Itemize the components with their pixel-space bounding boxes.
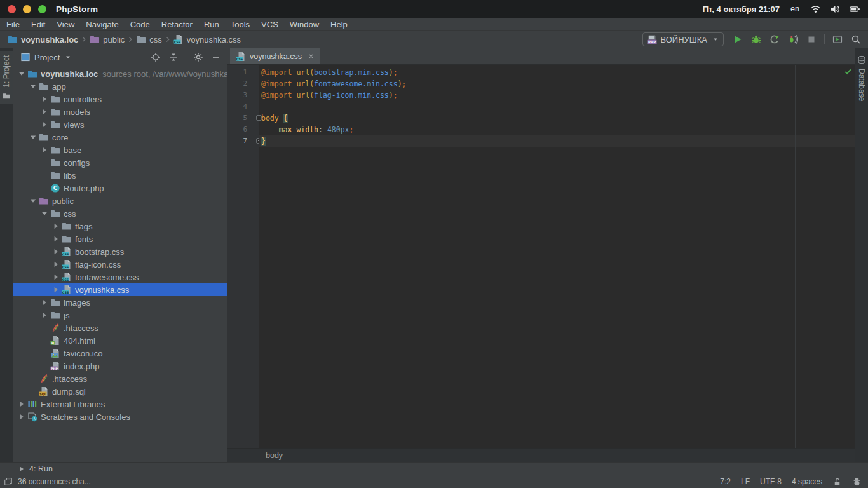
coverage-button[interactable]	[769, 34, 780, 45]
menu-vcs[interactable]: VCS	[255, 20, 284, 29]
tree-item-voynushka.css[interactable]: CSSvoynushka.css	[13, 283, 227, 296]
toolwindows-toggle-icon[interactable]	[4, 477, 13, 486]
breadcrumb-item-voynushka.css[interactable]: CSSvoynushka.css	[173, 34, 241, 44]
menu-file[interactable]: File	[1, 20, 25, 29]
collapsed-arrow-icon[interactable]	[51, 247, 62, 257]
file-encoding[interactable]: UTF-8	[760, 477, 782, 486]
menu-refactor[interactable]: Refactor	[156, 20, 198, 29]
minimize-window-button[interactable]	[23, 5, 31, 13]
tree-item-models[interactable]: models	[13, 105, 227, 118]
locate-button[interactable]	[150, 51, 161, 63]
editor[interactable]: 1234567 @import url(bootstrap.min.css);@…	[227, 65, 855, 448]
expanded-arrow-icon[interactable]	[39, 208, 50, 219]
editor-code[interactable]: @import url(bootstrap.min.css);@import u…	[259, 65, 855, 448]
database-toolwindow-button[interactable]: Database	[855, 51, 868, 105]
run-configuration-select[interactable]: PHP ВОЙНУШКА	[642, 32, 724, 46]
editor-gutter[interactable]: 1234567	[227, 65, 259, 448]
tree-item-app[interactable]: app	[13, 80, 227, 93]
breadcrumb-item-css[interactable]: css	[136, 34, 162, 44]
listen-debug-button[interactable]	[787, 34, 799, 45]
volume-icon[interactable]	[830, 4, 841, 15]
status-message[interactable]: 36 occurrences cha...	[18, 477, 91, 486]
editor-tab-voynushka.css[interactable]: CSSvoynushka.css	[230, 48, 320, 64]
tree-item-libs[interactable]: libs	[13, 169, 227, 182]
unlock-icon[interactable]	[832, 477, 842, 487]
collapsed-arrow-icon[interactable]	[51, 272, 62, 282]
collapsed-arrow-icon[interactable]	[39, 145, 50, 155]
menu-help[interactable]: Help	[325, 20, 353, 29]
tree-item-router.php[interactable]: CRouter.php	[13, 182, 227, 194]
tree-item-flags[interactable]: flags	[13, 220, 227, 233]
system-clock[interactable]: Пт, 4 октября 21:07	[703, 4, 780, 14]
tree-item-images[interactable]: images	[13, 296, 227, 309]
code-line-5[interactable]: body {	[259, 112, 855, 124]
tree-item-.htaccess[interactable]: .htaccess	[13, 372, 227, 385]
indent-style[interactable]: 4 spaces	[792, 477, 822, 486]
tree-item-scratches-and-consoles[interactable]: Scratches and Consoles	[13, 410, 227, 423]
caret-position[interactable]: 7:2	[720, 477, 731, 486]
menu-edit[interactable]: Edit	[25, 20, 51, 29]
inspection-ok-icon[interactable]	[844, 67, 852, 76]
tree-item-core[interactable]: core	[13, 131, 227, 144]
menu-code[interactable]: Code	[125, 20, 156, 29]
code-line-7[interactable]: }	[259, 135, 855, 147]
hector-icon[interactable]	[852, 477, 862, 487]
menu-view[interactable]: View	[51, 20, 80, 29]
tree-item-views[interactable]: views	[13, 118, 227, 131]
collapsed-arrow-icon[interactable]	[17, 399, 27, 409]
expanded-arrow-icon[interactable]	[28, 196, 39, 206]
code-line-6[interactable]: max-width: 480px;	[259, 124, 855, 135]
collapsed-arrow-icon[interactable]	[39, 107, 50, 117]
menu-run[interactable]: Run	[198, 20, 225, 29]
debug-button[interactable]	[750, 34, 762, 45]
hide-button[interactable]	[210, 51, 222, 63]
tree-item-js[interactable]: js	[13, 309, 227, 322]
close-icon[interactable]	[307, 52, 315, 60]
expanded-arrow-icon[interactable]	[28, 81, 39, 92]
code-line-4[interactable]	[259, 101, 855, 112]
project-panel-title[interactable]: Project	[34, 53, 60, 62]
chevron-down-icon[interactable]	[64, 53, 72, 62]
tree-item-fontawesome.css[interactable]: CSSfontawesome.css	[13, 271, 227, 283]
maximize-window-button[interactable]	[38, 5, 46, 13]
breadcrumb-item-voynushka.loc[interactable]: voynushka.loc	[8, 34, 78, 44]
stop-button[interactable]	[806, 34, 817, 45]
collapsed-arrow-icon[interactable]	[51, 221, 62, 231]
project-toolwindow-button[interactable]: 1: Project	[0, 51, 13, 104]
collapsed-arrow-icon[interactable]	[39, 94, 50, 104]
collapsed-arrow-icon[interactable]	[51, 285, 62, 295]
menu-tools[interactable]: Tools	[225, 20, 255, 29]
tree-item-index.php[interactable]: PHPindex.php	[13, 360, 227, 372]
keyboard-layout-indicator[interactable]: en	[790, 4, 799, 13]
expanded-arrow-icon[interactable]	[17, 69, 27, 79]
collapsed-arrow-icon[interactable]	[39, 119, 50, 130]
tree-item-external-libraries[interactable]: External Libraries	[13, 398, 227, 410]
collapsed-arrow-icon[interactable]	[51, 234, 62, 244]
settings-button[interactable]	[193, 51, 204, 63]
code-line-1[interactable]: @import url(bootstrap.min.css);	[259, 67, 855, 78]
tree-item-public[interactable]: public	[13, 194, 227, 207]
tree-item-voynushka.loc[interactable]: voynushka.locsources root, /var/www/voyn…	[13, 67, 227, 80]
run-button[interactable]	[732, 34, 743, 45]
tree-item-404.html[interactable]: H404.html	[13, 334, 227, 347]
close-window-button[interactable]	[8, 5, 16, 13]
tree-item-flag-icon.css[interactable]: CSSflag-icon.css	[13, 258, 227, 271]
collapsed-arrow-icon[interactable]	[39, 297, 50, 308]
tree-item-dump.sql[interactable]: SQLdump.sql	[13, 385, 227, 398]
tree-item-bootstrap.css[interactable]: CSSbootstrap.css	[13, 245, 227, 258]
tree-item-css[interactable]: css	[13, 207, 227, 220]
battery-icon[interactable]	[850, 4, 860, 15]
tree-item-fonts[interactable]: fonts	[13, 233, 227, 245]
menu-window[interactable]: Window	[284, 20, 325, 29]
expanded-arrow-icon[interactable]	[28, 132, 39, 142]
tree-item-configs[interactable]: configs	[13, 156, 227, 169]
collapsed-arrow-icon[interactable]	[17, 412, 27, 422]
wifi-icon[interactable]	[810, 4, 821, 15]
collapsed-arrow-icon[interactable]	[39, 310, 50, 320]
code-line-3[interactable]: @import url(flag-icon.min.css);	[259, 90, 855, 101]
collapse-all-button[interactable]	[168, 51, 179, 63]
tree-item-base[interactable]: base	[13, 144, 227, 156]
line-separator[interactable]: LF	[741, 477, 750, 486]
search-button[interactable]	[850, 34, 862, 45]
breadcrumb-body[interactable]: body	[266, 451, 283, 460]
